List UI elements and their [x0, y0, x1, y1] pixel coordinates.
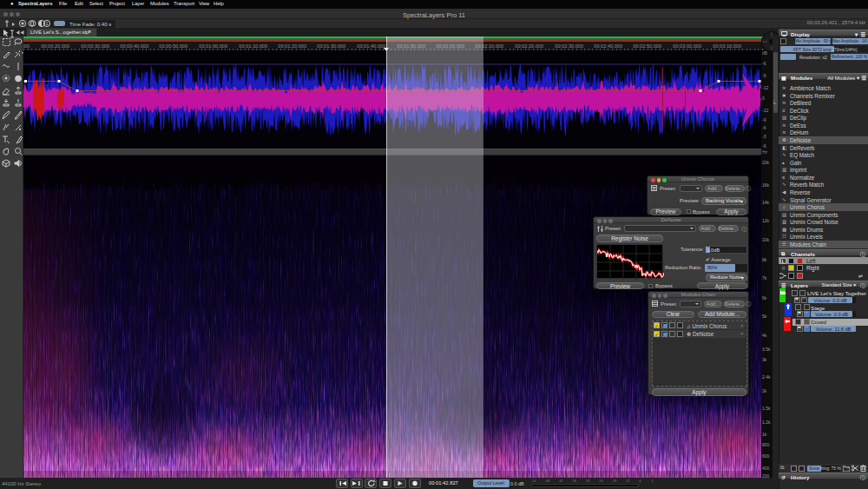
svg-text:1: 1	[45, 21, 48, 26]
